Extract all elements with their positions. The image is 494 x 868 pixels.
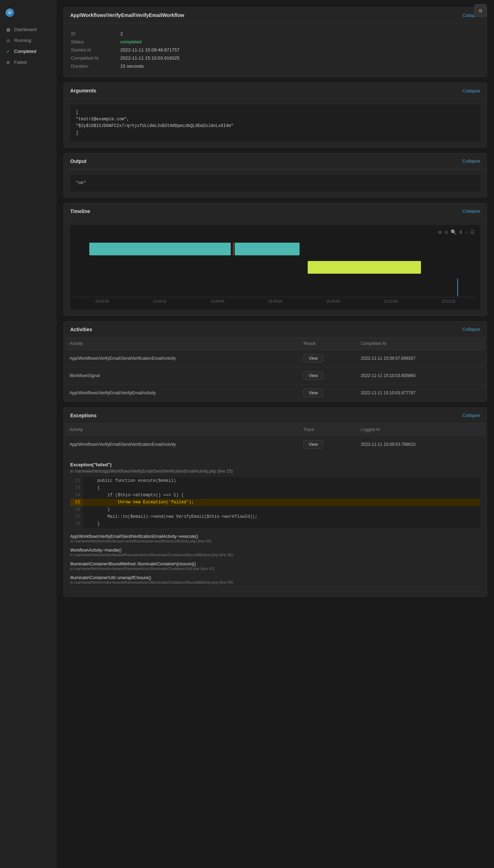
line-number: 16	[70, 506, 83, 513]
line-content: }	[83, 506, 114, 513]
tick-1: 15:09:50	[73, 297, 131, 307]
exc-logged-at-cell: 2022-11-11 15:09:53.789010	[357, 436, 485, 453]
logo-icon: W	[6, 8, 14, 17]
completed-at-cell: 2022-11-11 15:10:03.877787	[357, 384, 485, 401]
output-section: Output Collapse "ok"	[64, 153, 487, 198]
stack-trace-location: in /var/www/html/vendor/laravel-workflow…	[70, 539, 480, 543]
completed-at-cell: 2022-11-11 15:10:03.805860	[357, 367, 485, 384]
code-line: 14 if ($this->attempts() === 1) {	[70, 492, 480, 499]
timeline-body: ⊕ ⊖ 🔍 ⬇ ⌂ ☰	[64, 219, 487, 315]
id-label: ID	[71, 31, 120, 36]
timeline-cursor	[457, 279, 458, 296]
timeline-title: Timeline	[70, 208, 90, 214]
timeline-collapse-btn[interactable]: Collapse	[462, 208, 480, 214]
timeline-marker	[233, 243, 234, 255]
view-result-btn[interactable]: View	[303, 389, 323, 397]
view-trace-btn[interactable]: View	[303, 440, 323, 449]
workflow-section-header: App\Workflows\VerifyEmail\VerifyEmailWor…	[64, 7, 487, 23]
line-content: public function execute($email)	[83, 477, 180, 484]
sidebar-item-label: Running	[14, 38, 31, 43]
output-collapse-btn[interactable]: Collapse	[462, 158, 480, 164]
timeline-axis: 15:09:50 15:09:52 15:09:54 15:09:56 15:0…	[73, 297, 477, 307]
stack-trace-list: App\Workflows\VerifyEmail\SendVerificati…	[70, 532, 480, 587]
exc-activity-col: Activity	[65, 424, 299, 436]
main-content: App\Workflows\VerifyEmail\VerifyEmailWor…	[56, 0, 494, 868]
stack-trace-item: Illuminate\Container\BoundMethod::Illumi…	[70, 559, 480, 573]
timeline-section-header: Timeline Collapse	[64, 204, 487, 219]
line-number: 12	[70, 477, 83, 484]
started-at-label: Started At	[71, 47, 120, 53]
line-number: 14	[70, 492, 83, 499]
exception-row: App\Workflows\VerifyEmail\SendVerificati…	[65, 436, 485, 453]
exceptions-table-body: Activity Trace Logged At App\Workflows\V…	[64, 424, 487, 453]
output-title: Output	[70, 158, 86, 164]
completed-at-col-header: Completed At	[357, 338, 485, 350]
arguments-code: [ "test+2@example.com", "$2y$10$1SJD6AFC…	[70, 104, 480, 141]
output-section-header: Output Collapse	[64, 153, 487, 169]
timeline-bar-1	[89, 243, 231, 255]
sidebar-item-failed[interactable]: ⊗ Failed	[0, 57, 56, 68]
line-content: Mail::to($email)->send(new VerifyEmail($…	[83, 513, 261, 520]
dashboard-icon: ▦	[6, 27, 11, 32]
line-content: {	[83, 484, 104, 491]
arguments-collapse-btn[interactable]: Collapse	[462, 88, 480, 93]
running-icon: ◎	[6, 38, 11, 43]
sidebar-item-completed[interactable]: ✓ Completed	[0, 46, 56, 57]
code-line: 17 Mail::to($email)->send(new VerifyEmai…	[70, 513, 480, 520]
view-result-btn[interactable]: View	[303, 354, 323, 363]
activity-row: Workflow\Signal View 2022-11-11 15:10:03…	[65, 367, 485, 384]
line-content: throw new Exception('failed');	[83, 499, 198, 506]
exceptions-table: Activity Trace Logged At App\Workflows\V…	[65, 424, 485, 453]
zoom-in-icon[interactable]: ⊕	[438, 229, 442, 235]
workflow-title: App\Workflows\VerifyEmail\VerifyEmailWor…	[70, 12, 184, 18]
output-body: "ok"	[64, 169, 487, 197]
menu-icon[interactable]: ☰	[470, 229, 475, 235]
arguments-section-header: Arguments Collapse	[64, 83, 487, 99]
sidebar-item-label: Completed	[14, 49, 36, 54]
completed-at-row: Completed At 2022-11-11 15:10:03.916025	[71, 54, 480, 62]
id-value: 2	[120, 31, 123, 36]
sidebar-item-dashboard[interactable]: ▦ Dashboard	[0, 24, 56, 35]
stack-trace-item: App\Workflows\VerifyEmail\SendVerificati…	[70, 532, 480, 546]
duration-row: Duration 15 seconds	[71, 62, 480, 70]
zoom-out-icon[interactable]: ⊖	[444, 229, 448, 235]
arguments-body: [ "test+2@example.com", "$2y$10$1SJD6AFC…	[64, 99, 487, 147]
completed-at-cell: 2022-11-11 15:09:57.699267	[357, 350, 485, 367]
settings-button[interactable]: ⚙	[474, 4, 487, 17]
output-code: "ok"	[70, 175, 480, 192]
view-result-btn[interactable]: View	[303, 371, 323, 380]
exceptions-header-row: Activity Trace Logged At	[65, 424, 485, 436]
code-line: 18 }	[70, 520, 480, 527]
line-number: 17	[70, 513, 83, 520]
result-cell: View	[299, 350, 357, 367]
stack-trace-item: Workflow\Activity->handle() in /var/www/…	[70, 546, 480, 559]
search-timeline-icon[interactable]: 🔍	[451, 229, 457, 235]
timeline-section: Timeline Collapse ⊕ ⊖ 🔍 ⬇ ⌂ ☰	[64, 203, 487, 316]
home-icon[interactable]: ⌂	[465, 229, 468, 235]
sidebar: W ▦ Dashboard ◎ Running ✓ Completed ⊗ Fa…	[0, 0, 56, 868]
activity-col-header: Activity	[65, 338, 299, 350]
workflow-info-table: ID 2 Status completed Started At 2022-11…	[70, 29, 480, 71]
duration-label: Duration	[71, 63, 120, 69]
code-line: 15 throw new Exception('failed');	[70, 499, 480, 506]
exc-activity-cell: App\Workflows\VerifyEmail\SendVerificati…	[65, 436, 299, 453]
app-logo: W	[0, 6, 56, 24]
download-icon[interactable]: ⬇	[459, 229, 463, 235]
activity-row: App\Workflows\VerifyEmail\SendVerificati…	[65, 350, 485, 367]
activities-collapse-btn[interactable]: Collapse	[462, 327, 480, 332]
result-cell: View	[299, 384, 357, 401]
exceptions-collapse-btn[interactable]: Collapse	[462, 413, 480, 418]
code-line: 13 {	[70, 484, 480, 491]
exceptions-title: Exceptions	[70, 413, 97, 418]
sidebar-item-running[interactable]: ◎ Running	[0, 35, 56, 46]
exception-detail-block: Exception("failed") in /var/www/html/app…	[70, 458, 480, 591]
gear-icon: ⚙	[478, 8, 483, 13]
code-line: 12 public function execute($email)	[70, 477, 480, 484]
activity-cell: App\Workflows\VerifyEmail\VerifyEmailAct…	[65, 384, 299, 401]
stack-trace-location: in /var/www/html/vendor/laravel/framewor…	[70, 580, 480, 584]
stack-trace-function: App\Workflows\VerifyEmail\SendVerificati…	[70, 534, 480, 539]
exceptions-section: Exceptions Collapse Activity Trace Logge…	[64, 407, 487, 597]
stack-trace-item: Illuminate\Container\Util::unwrapIfClosu…	[70, 573, 480, 587]
completed-icon: ✓	[6, 49, 11, 54]
sidebar-item-label: Failed	[14, 60, 26, 65]
